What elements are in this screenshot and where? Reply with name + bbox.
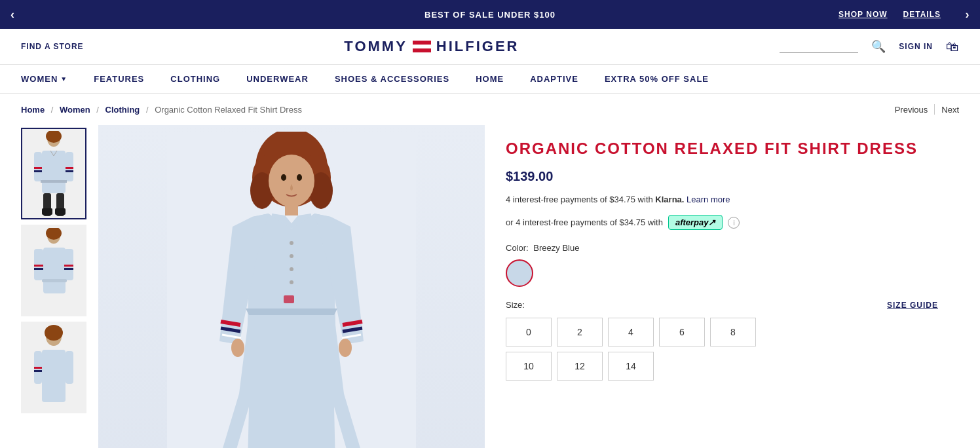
next-product-link[interactable]: Next	[941, 105, 959, 115]
svg-rect-23	[34, 265, 43, 267]
svg-point-45	[290, 241, 293, 245]
breadcrumb-separator-2: /	[96, 105, 99, 115]
product-title: ORGANIC COTTON RELAXED FIT SHIRT DRESS	[506, 138, 938, 159]
sign-in-link[interactable]: SIGN IN	[899, 42, 933, 51]
svg-rect-7	[34, 152, 42, 181]
svg-rect-49	[284, 295, 294, 303]
thumb-image-1	[28, 131, 80, 216]
afterpay-logo-text: afterpay↗	[675, 217, 716, 227]
main-image-bg	[98, 125, 485, 448]
nav-item-clothing[interactable]: CLOTHING	[170, 74, 220, 84]
svg-point-46	[290, 254, 293, 258]
svg-rect-10	[34, 170, 42, 172]
svg-rect-6	[42, 151, 66, 193]
search-icon[interactable]: 🔍	[871, 39, 886, 54]
breadcrumb-separator-1: /	[51, 105, 54, 115]
svg-rect-13	[41, 180, 67, 183]
svg-rect-44	[285, 202, 298, 215]
banner-shop-now[interactable]: SHOP NOW	[839, 10, 887, 19]
banner-details[interactable]: DETAILS	[903, 10, 941, 19]
svg-rect-34	[34, 370, 42, 372]
breadcrumb-bar: Home / Women / Clothing / Organic Cotton…	[0, 94, 980, 125]
color-swatches	[506, 259, 938, 287]
svg-point-41	[269, 155, 314, 207]
product-nav: Previous Next	[895, 104, 959, 115]
size-btn-14[interactable]: 14	[608, 352, 654, 381]
thumb-image-3	[28, 325, 80, 410]
size-btn-0[interactable]: 0	[506, 318, 552, 346]
klarna-info: 4 interest-free payments of $34.75 with …	[506, 195, 938, 204]
breadcrumb-clothing[interactable]: Clothing	[105, 105, 140, 115]
size-grid-row2: 10 12 14	[506, 352, 938, 381]
nav-item-underwear[interactable]: UNDERWEAR	[246, 74, 309, 84]
svg-rect-1	[413, 41, 431, 45]
banner-prev-arrow[interactable]: ‹	[10, 8, 15, 22]
svg-rect-2	[413, 48, 431, 52]
breadcrumb-separator-3: /	[146, 105, 149, 115]
thumbnail-1[interactable]	[21, 128, 86, 219]
thumb-image-2	[28, 228, 80, 313]
svg-point-51	[339, 339, 352, 357]
header-actions: 🔍 SIGN IN 🛍	[780, 39, 959, 54]
thumbnail-2[interactable]	[21, 225, 86, 316]
size-btn-6[interactable]: 6	[659, 318, 705, 346]
svg-point-50	[231, 339, 244, 357]
tommy-flag-icon	[413, 41, 431, 52]
breadcrumb-women[interactable]: Women	[60, 105, 90, 115]
breadcrumb: Home / Women / Clothing / Organic Cotton…	[21, 105, 302, 115]
color-label: Color: Breezy Blue	[506, 243, 938, 253]
nav-item-home[interactable]: HOME	[476, 74, 504, 84]
breadcrumb-home[interactable]: Home	[21, 105, 45, 115]
nav-item-features[interactable]: FEATURES	[94, 74, 144, 84]
svg-rect-30	[42, 350, 66, 402]
nav-item-shoes[interactable]: SHOES & ACCESSORIES	[335, 74, 449, 84]
main-content: ORGANIC COTTON RELAXED FIT SHIRT DRESS $…	[0, 125, 980, 448]
size-btn-12[interactable]: 12	[557, 352, 603, 381]
svg-point-42	[281, 174, 286, 181]
svg-rect-27	[42, 279, 67, 282]
banner-next-arrow[interactable]: ›	[966, 8, 970, 22]
color-swatch-breezy-blue[interactable]	[506, 259, 533, 287]
afterpay-info-icon[interactable]: i	[728, 217, 740, 229]
nav-divider	[934, 104, 935, 115]
svg-rect-24	[34, 268, 43, 270]
svg-rect-20	[43, 248, 66, 293]
svg-rect-11	[66, 167, 73, 169]
svg-rect-33	[34, 367, 42, 369]
find-store-link[interactable]: FIND A STORE	[21, 42, 84, 51]
svg-point-48	[290, 280, 293, 284]
breadcrumb-current: Organic Cotton Relaxed Fit Shirt Dress	[155, 105, 302, 115]
product-info-panel: ORGANIC COTTON RELAXED FIT SHIRT DRESS $…	[485, 125, 959, 448]
afterpay-text: or 4 interest-free payments of $34.75 wi…	[506, 217, 663, 227]
svg-rect-25	[64, 265, 73, 267]
svg-rect-17	[55, 208, 66, 215]
size-btn-8[interactable]: 8	[710, 318, 756, 346]
nav-item-sale[interactable]: EXTRA 50% OFF SALE	[605, 74, 709, 84]
thumbnail-3[interactable]	[21, 322, 86, 413]
size-label: Size:	[506, 300, 525, 310]
size-header: Size: SIZE GUIDE	[506, 300, 938, 310]
svg-point-29	[45, 325, 63, 341]
main-product-image	[98, 125, 485, 448]
size-section: Size: SIZE GUIDE 0 2 4 6 8 10 12 14	[506, 300, 938, 381]
size-btn-4[interactable]: 4	[608, 318, 654, 346]
nav-item-adaptive[interactable]: ADAPTIVE	[530, 74, 578, 84]
afterpay-badge: afterpay↗	[668, 215, 723, 230]
color-section: Color: Breezy Blue	[506, 243, 938, 287]
size-btn-2[interactable]: 2	[557, 318, 603, 346]
cart-icon[interactable]: 🛍	[946, 39, 959, 54]
size-guide-link[interactable]: SIZE GUIDE	[887, 301, 938, 310]
afterpay-row: or 4 interest-free payments of $34.75 wi…	[506, 215, 938, 230]
chevron-down-icon: ▼	[60, 75, 67, 83]
svg-rect-16	[42, 208, 52, 215]
size-btn-10[interactable]: 10	[506, 352, 552, 381]
banner-text: BEST OF SALE UNDER $100	[0, 10, 980, 20]
main-nav: WOMEN ▼ FEATURES CLOTHING UNDERWEAR SHOE…	[0, 65, 980, 94]
prev-product-link[interactable]: Previous	[895, 105, 928, 115]
klarna-learn-more[interactable]: Learn more	[687, 195, 730, 204]
search-input[interactable]	[780, 40, 858, 53]
nav-item-women[interactable]: WOMEN ▼	[21, 74, 67, 84]
klarna-text: 4 interest-free payments of $34.75 with	[506, 195, 653, 204]
svg-point-43	[297, 174, 302, 181]
brand-name-tommy: TOMMY	[344, 38, 407, 55]
